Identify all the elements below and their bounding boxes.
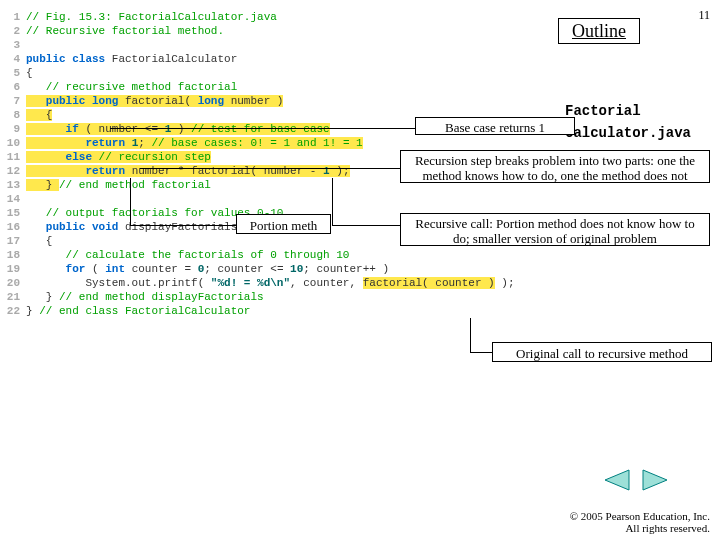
outline-label: Outline [558,18,640,44]
code-l9b: ( number <= [79,123,165,135]
code-l13b: // end method factorial [59,179,211,191]
code-l19h: ; counter++ ) [303,263,389,275]
code-l12a: return [26,165,125,177]
callout-recursive-call: Recursive call: Portion method does not … [400,213,710,246]
code-l12d: ); [330,165,350,177]
code-l20c: , counter, [290,277,363,289]
code-l16b: displayFactorials() [118,221,250,233]
code-l10e: // base cases: 0! = 1 and 1! = 1 [151,137,362,149]
code-l10d: ; [138,137,151,149]
next-button[interactable] [641,469,669,491]
arrow-line [332,225,400,226]
code-l10a: return [26,137,125,149]
nav-buttons [600,469,672,495]
arrow-line [140,168,400,169]
code-l2: // Recursive factorial method. [26,25,224,37]
code-l19a: for [26,263,85,275]
callout-portion-left: Portion meth [236,214,331,234]
code-l19c: int [105,263,125,275]
code-l17: { [26,235,52,247]
svg-marker-0 [605,470,629,490]
copyright: © 2005 Pearson Education, Inc. All right… [562,510,710,534]
code-l22b: // end class FactorialCalculator [39,305,250,317]
code-l13a: } [26,179,59,191]
arrow-line [470,352,492,353]
code-l7b: factorial( [118,95,197,107]
code-l22a: } [26,305,39,317]
code-l19g: 10 [290,263,303,275]
arrow-line [470,318,471,353]
code-l6: // recursive method factorial [26,81,237,93]
code-l19d: counter = [125,263,198,275]
code-l9e: // test for base case [191,123,330,135]
svg-marker-1 [643,470,667,490]
code-l19f: ; counter <= [204,263,290,275]
code-l12c: 1 [323,165,330,177]
filename-line2: Calculator.java [565,125,691,141]
callout-original-call: Original call to recursive method [492,342,712,362]
callout-base-case: Base case returns 1 [415,117,575,135]
code-l4b: FactorialCalculator [105,53,237,65]
slide: 11 Outline Factorial Calculator.java 1//… [0,0,720,540]
callout-recursion-step: Recursion step breaks problem into two p… [400,150,710,183]
code-l20d: factorial( counter ) [363,277,495,289]
code-l1: // Fig. 15.3: FactorialCalculator.java [26,11,277,23]
filename-block: Factorial Calculator.java [565,100,691,144]
arrow-line [130,225,236,226]
code-l9d: ) [171,123,191,135]
page-number: 11 [698,8,710,23]
arrow-line [332,178,333,225]
code-l21b: // end method displayFactorials [59,291,264,303]
code-l20a: System.out.printf( [26,277,211,289]
code-l20e: ); [495,277,515,289]
code-l11b: // recursion step [92,151,211,163]
code-l18: // calculate the factorials of 0 through… [26,249,349,261]
code-l9a: if [26,123,79,135]
code-l11a: else [26,151,92,163]
code-l12b: number * factorial( number - [125,165,323,177]
code-l7d: number ) [224,95,283,107]
code-l21a: } [26,291,59,303]
code-l4a: public class [26,53,105,65]
code-l10b [125,137,132,149]
code-l16a: public void [26,221,118,233]
prev-button[interactable] [603,469,631,491]
filename-line1: Factorial [565,103,641,119]
arrow-line [110,128,415,129]
code-l8: { [26,109,52,121]
code-l5: { [26,67,33,79]
arrow-line [130,178,131,225]
code-l20b: "%d! = %d\n" [211,277,290,289]
code-l19b: ( [85,263,105,275]
code-l7c: long [198,95,224,107]
code-l7a: public long [26,95,118,107]
